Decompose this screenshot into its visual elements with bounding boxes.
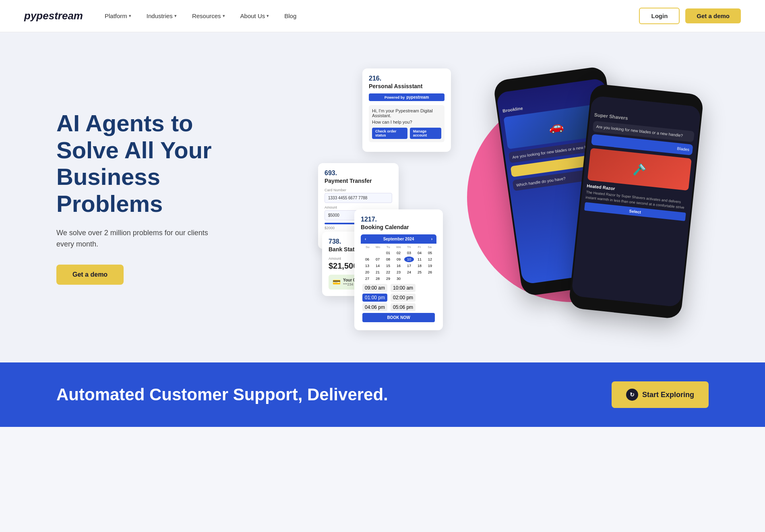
cal-day[interactable]: 19 bbox=[425, 263, 435, 269]
time-slot[interactable]: 04:06 pm bbox=[362, 303, 387, 311]
calendar-grid: SuMoTuWeThFrSa 01 02 03 04 05 06 07 08 0… bbox=[361, 244, 436, 324]
time-slots-row3: 04:06 pm 05:06 pm bbox=[362, 303, 435, 311]
assistant-card: 216. Personal Assisstant Powered by pype… bbox=[362, 68, 451, 152]
time-slot[interactable]: 09:00 am bbox=[362, 284, 387, 292]
calendar-days-header: SuMoTuWeThFrSa bbox=[362, 245, 435, 249]
booking-number: 1217. bbox=[361, 216, 436, 223]
cal-day[interactable]: 01 bbox=[383, 250, 393, 256]
cal-day[interactable]: 05 bbox=[425, 250, 435, 256]
cal-day[interactable]: 04 bbox=[415, 250, 424, 256]
razor-icon: 🪒 bbox=[632, 162, 647, 176]
cal-day[interactable]: 12 bbox=[425, 257, 435, 262]
cal-day[interactable]: 26 bbox=[425, 269, 435, 275]
range-min: $2000 bbox=[325, 226, 335, 230]
cal-day[interactable]: 20 bbox=[362, 269, 372, 275]
time-slot[interactable]: 05:06 pm bbox=[391, 303, 416, 311]
greeting-question: How can I help you? bbox=[372, 120, 441, 124]
prev-month-icon[interactable]: ‹ bbox=[365, 237, 366, 241]
cal-day[interactable] bbox=[362, 250, 372, 256]
cal-day[interactable]: 02 bbox=[394, 250, 403, 256]
powered-brand: pypestream bbox=[406, 95, 429, 99]
hero-demo-button[interactable]: Get a demo bbox=[56, 265, 124, 285]
cal-day[interactable]: 13 bbox=[362, 263, 372, 269]
cal-day[interactable]: 23 bbox=[394, 269, 403, 275]
card-number-field[interactable]: 1333 4455 6677 7788 bbox=[325, 193, 392, 203]
cal-day[interactable]: 09 bbox=[394, 257, 403, 262]
front-screen-content: Super Shavers Are you looking for new bl… bbox=[580, 95, 701, 226]
cal-day[interactable]: 15 bbox=[383, 263, 393, 269]
amount-label: Amount bbox=[325, 205, 392, 209]
next-month-icon[interactable]: › bbox=[431, 237, 432, 241]
assistant-number: 216. bbox=[369, 75, 445, 82]
time-slots-row1: 09:00 am 10:00 am bbox=[362, 284, 435, 292]
platform-chevron-icon: ▾ bbox=[129, 13, 131, 19]
resources-chevron-icon: ▾ bbox=[223, 13, 225, 19]
nav-industries[interactable]: Industries ▾ bbox=[141, 9, 182, 23]
industries-chevron-icon: ▾ bbox=[174, 13, 177, 19]
nav-blog[interactable]: Blog bbox=[279, 9, 302, 23]
cal-day-today[interactable]: 10 bbox=[404, 257, 414, 262]
booking-card: 1217. Booking Calendar ‹ September 2024 … bbox=[354, 209, 443, 330]
card-number-label: Card Number bbox=[325, 188, 392, 192]
login-button[interactable]: Login bbox=[639, 8, 680, 24]
cal-day[interactable]: 29 bbox=[383, 276, 393, 282]
time-slot[interactable]: 02:00 pm bbox=[391, 294, 416, 302]
calendar-header: ‹ September 2024 › bbox=[361, 234, 436, 244]
card-icon: 💳 bbox=[333, 278, 341, 286]
hero-section: AI Agents to Solve All Your Business Pro… bbox=[0, 32, 765, 362]
cal-day[interactable]: 08 bbox=[383, 257, 393, 262]
phones-container: Brookline 🚗 Are you looking for new blad… bbox=[499, 64, 701, 330]
booking-title: Booking Calendar bbox=[361, 224, 436, 230]
payment-title: Payment Transfer bbox=[325, 178, 392, 184]
cal-day[interactable]: 11 bbox=[415, 257, 424, 262]
footer-title: Automated Customer Support, Delivered. bbox=[56, 385, 388, 404]
greeting-text: Hi, I'm your Pypestream Digital Assistan… bbox=[372, 108, 441, 118]
industries-label: Industries bbox=[147, 12, 173, 19]
hero-title: AI Agents to Solve All Your Business Pro… bbox=[56, 110, 258, 217]
assistant-title: Personal Assisstant bbox=[369, 83, 445, 89]
assistant-buttons: Check order status Manage account bbox=[372, 128, 441, 139]
explore-icon: ↻ bbox=[626, 389, 638, 401]
cal-day[interactable]: 21 bbox=[373, 269, 382, 275]
nav-resources[interactable]: Resources ▾ bbox=[186, 9, 231, 23]
nav-links: Platform ▾ Industries ▾ Resources ▾ Abou… bbox=[99, 9, 302, 23]
book-now-button[interactable]: BOOK NOW bbox=[362, 313, 435, 322]
nav-platform[interactable]: Platform ▾ bbox=[99, 9, 137, 23]
cal-day[interactable] bbox=[373, 250, 382, 256]
about-chevron-icon: ▾ bbox=[267, 13, 269, 19]
hero-right: 216. Personal Assisstant Powered by pype… bbox=[282, 56, 709, 338]
payment-number: 693. bbox=[325, 170, 392, 177]
cal-day[interactable]: 28 bbox=[373, 276, 382, 282]
time-slots-row2: 01:00 pm 02:00 pm bbox=[362, 294, 435, 302]
nav-left: pypestream Platform ▾ Industries ▾ Resou… bbox=[24, 9, 302, 23]
time-slot-active[interactable]: 01:00 pm bbox=[362, 294, 387, 302]
cal-day[interactable]: 22 bbox=[383, 269, 393, 275]
cal-day[interactable]: 17 bbox=[404, 263, 414, 269]
powered-bar: Powered by pypestream bbox=[369, 93, 445, 101]
cal-day[interactable]: 03 bbox=[404, 250, 414, 256]
cal-day[interactable]: 14 bbox=[373, 263, 382, 269]
blog-label: Blog bbox=[284, 12, 296, 19]
cal-day[interactable]: 27 bbox=[362, 276, 372, 282]
nav-about[interactable]: About Us ▾ bbox=[235, 9, 275, 23]
cal-day[interactable]: 06 bbox=[362, 257, 372, 262]
cal-day[interactable]: 30 bbox=[394, 276, 403, 282]
cal-day[interactable]: 18 bbox=[415, 263, 424, 269]
platform-label: Platform bbox=[105, 12, 127, 19]
cal-day[interactable]: 25 bbox=[415, 269, 424, 275]
start-exploring-button[interactable]: ↻ Start Exploring bbox=[612, 381, 709, 408]
cal-day[interactable]: 24 bbox=[404, 269, 414, 275]
cal-day[interactable]: 16 bbox=[394, 263, 403, 269]
time-slot[interactable]: 10:00 am bbox=[391, 284, 416, 292]
phone-front: Super Shavers Are you looking for new bl… bbox=[568, 83, 704, 319]
powered-label: Powered by bbox=[385, 95, 405, 99]
check-order-button[interactable]: Check order status bbox=[372, 128, 407, 139]
logo[interactable]: pypestream bbox=[24, 10, 83, 22]
get-demo-button[interactable]: Get a demo bbox=[685, 8, 741, 23]
cal-day[interactable]: 07 bbox=[373, 257, 382, 262]
calendar-days[interactable]: 01 02 03 04 05 06 07 08 09 10 11 12 13 1… bbox=[362, 250, 435, 282]
phone-screen-front: Super Shavers Are you looking for new bl… bbox=[571, 95, 701, 307]
manage-account-button[interactable]: Manage account bbox=[410, 128, 441, 139]
navbar: pypestream Platform ▾ Industries ▾ Resou… bbox=[0, 0, 765, 32]
resources-label: Resources bbox=[192, 12, 221, 19]
